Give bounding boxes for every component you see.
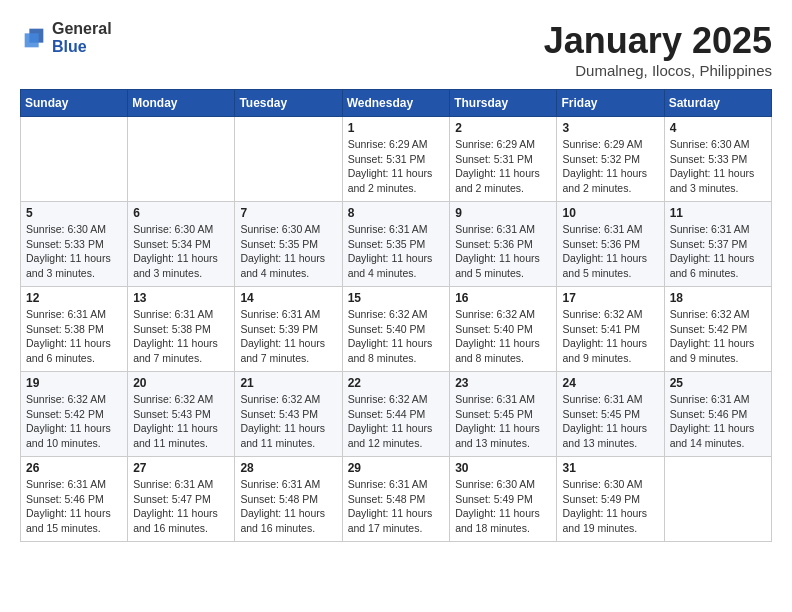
calendar-cell: 5Sunrise: 6:30 AMSunset: 5:33 PMDaylight… [21, 202, 128, 287]
day-number: 14 [240, 291, 336, 305]
calendar-cell [21, 117, 128, 202]
day-number: 29 [348, 461, 445, 475]
calendar-week-row: 1Sunrise: 6:29 AMSunset: 5:31 PMDaylight… [21, 117, 772, 202]
day-of-week-header: Thursday [450, 90, 557, 117]
day-info: Sunrise: 6:31 AMSunset: 5:38 PMDaylight:… [133, 307, 229, 366]
day-info: Sunrise: 6:32 AMSunset: 5:40 PMDaylight:… [348, 307, 445, 366]
day-number: 19 [26, 376, 122, 390]
day-number: 24 [562, 376, 658, 390]
calendar-cell: 23Sunrise: 6:31 AMSunset: 5:45 PMDayligh… [450, 372, 557, 457]
day-number: 12 [26, 291, 122, 305]
day-number: 18 [670, 291, 766, 305]
day-number: 22 [348, 376, 445, 390]
day-of-week-header: Tuesday [235, 90, 342, 117]
day-number: 3 [562, 121, 658, 135]
day-number: 30 [455, 461, 551, 475]
day-info: Sunrise: 6:32 AMSunset: 5:42 PMDaylight:… [26, 392, 122, 451]
month-title: January 2025 [544, 20, 772, 62]
day-info: Sunrise: 6:31 AMSunset: 5:37 PMDaylight:… [670, 222, 766, 281]
day-info: Sunrise: 6:31 AMSunset: 5:35 PMDaylight:… [348, 222, 445, 281]
title-block: January 2025 Dumalneg, Ilocos, Philippin… [544, 20, 772, 79]
calendar-cell: 21Sunrise: 6:32 AMSunset: 5:43 PMDayligh… [235, 372, 342, 457]
day-info: Sunrise: 6:29 AMSunset: 5:32 PMDaylight:… [562, 137, 658, 196]
calendar-cell: 12Sunrise: 6:31 AMSunset: 5:38 PMDayligh… [21, 287, 128, 372]
day-number: 15 [348, 291, 445, 305]
calendar-week-row: 19Sunrise: 6:32 AMSunset: 5:42 PMDayligh… [21, 372, 772, 457]
day-info: Sunrise: 6:30 AMSunset: 5:49 PMDaylight:… [455, 477, 551, 536]
day-number: 2 [455, 121, 551, 135]
day-info: Sunrise: 6:31 AMSunset: 5:48 PMDaylight:… [348, 477, 445, 536]
day-info: Sunrise: 6:31 AMSunset: 5:38 PMDaylight:… [26, 307, 122, 366]
calendar-cell: 6Sunrise: 6:30 AMSunset: 5:34 PMDaylight… [128, 202, 235, 287]
day-info: Sunrise: 6:32 AMSunset: 5:43 PMDaylight:… [133, 392, 229, 451]
calendar-cell: 19Sunrise: 6:32 AMSunset: 5:42 PMDayligh… [21, 372, 128, 457]
calendar-cell: 7Sunrise: 6:30 AMSunset: 5:35 PMDaylight… [235, 202, 342, 287]
day-number: 28 [240, 461, 336, 475]
calendar-header-row: SundayMondayTuesdayWednesdayThursdayFrid… [21, 90, 772, 117]
calendar-cell: 22Sunrise: 6:32 AMSunset: 5:44 PMDayligh… [342, 372, 450, 457]
day-number: 9 [455, 206, 551, 220]
day-of-week-header: Friday [557, 90, 664, 117]
logo-text: General Blue [52, 20, 112, 55]
logo-general: General [52, 20, 112, 38]
day-number: 7 [240, 206, 336, 220]
day-info: Sunrise: 6:30 AMSunset: 5:33 PMDaylight:… [26, 222, 122, 281]
calendar-cell: 30Sunrise: 6:30 AMSunset: 5:49 PMDayligh… [450, 457, 557, 542]
calendar-cell: 8Sunrise: 6:31 AMSunset: 5:35 PMDaylight… [342, 202, 450, 287]
day-number: 27 [133, 461, 229, 475]
calendar-cell: 2Sunrise: 6:29 AMSunset: 5:31 PMDaylight… [450, 117, 557, 202]
calendar-cell: 10Sunrise: 6:31 AMSunset: 5:36 PMDayligh… [557, 202, 664, 287]
calendar-cell: 15Sunrise: 6:32 AMSunset: 5:40 PMDayligh… [342, 287, 450, 372]
day-number: 13 [133, 291, 229, 305]
day-number: 5 [26, 206, 122, 220]
calendar-cell: 25Sunrise: 6:31 AMSunset: 5:46 PMDayligh… [664, 372, 771, 457]
day-info: Sunrise: 6:32 AMSunset: 5:40 PMDaylight:… [455, 307, 551, 366]
day-info: Sunrise: 6:30 AMSunset: 5:34 PMDaylight:… [133, 222, 229, 281]
day-number: 8 [348, 206, 445, 220]
day-number: 21 [240, 376, 336, 390]
calendar-cell: 16Sunrise: 6:32 AMSunset: 5:40 PMDayligh… [450, 287, 557, 372]
day-info: Sunrise: 6:31 AMSunset: 5:45 PMDaylight:… [455, 392, 551, 451]
day-info: Sunrise: 6:31 AMSunset: 5:46 PMDaylight:… [26, 477, 122, 536]
day-number: 6 [133, 206, 229, 220]
svg-marker-1 [25, 33, 39, 47]
day-info: Sunrise: 6:31 AMSunset: 5:39 PMDaylight:… [240, 307, 336, 366]
day-number: 31 [562, 461, 658, 475]
calendar-cell [128, 117, 235, 202]
calendar-cell: 14Sunrise: 6:31 AMSunset: 5:39 PMDayligh… [235, 287, 342, 372]
day-number: 17 [562, 291, 658, 305]
calendar-table: SundayMondayTuesdayWednesdayThursdayFrid… [20, 89, 772, 542]
day-number: 23 [455, 376, 551, 390]
day-of-week-header: Monday [128, 90, 235, 117]
calendar-cell: 3Sunrise: 6:29 AMSunset: 5:32 PMDaylight… [557, 117, 664, 202]
day-number: 26 [26, 461, 122, 475]
day-number: 25 [670, 376, 766, 390]
calendar-cell: 28Sunrise: 6:31 AMSunset: 5:48 PMDayligh… [235, 457, 342, 542]
day-number: 20 [133, 376, 229, 390]
calendar-cell: 9Sunrise: 6:31 AMSunset: 5:36 PMDaylight… [450, 202, 557, 287]
logo-icon [20, 24, 48, 52]
calendar-cell: 24Sunrise: 6:31 AMSunset: 5:45 PMDayligh… [557, 372, 664, 457]
calendar-cell: 18Sunrise: 6:32 AMSunset: 5:42 PMDayligh… [664, 287, 771, 372]
calendar-cell: 29Sunrise: 6:31 AMSunset: 5:48 PMDayligh… [342, 457, 450, 542]
calendar-cell: 27Sunrise: 6:31 AMSunset: 5:47 PMDayligh… [128, 457, 235, 542]
day-info: Sunrise: 6:32 AMSunset: 5:44 PMDaylight:… [348, 392, 445, 451]
logo: General Blue [20, 20, 112, 55]
location-subtitle: Dumalneg, Ilocos, Philippines [544, 62, 772, 79]
day-info: Sunrise: 6:30 AMSunset: 5:33 PMDaylight:… [670, 137, 766, 196]
day-info: Sunrise: 6:32 AMSunset: 5:42 PMDaylight:… [670, 307, 766, 366]
day-of-week-header: Sunday [21, 90, 128, 117]
day-info: Sunrise: 6:29 AMSunset: 5:31 PMDaylight:… [455, 137, 551, 196]
day-info: Sunrise: 6:32 AMSunset: 5:43 PMDaylight:… [240, 392, 336, 451]
calendar-cell: 20Sunrise: 6:32 AMSunset: 5:43 PMDayligh… [128, 372, 235, 457]
day-number: 10 [562, 206, 658, 220]
calendar-cell: 17Sunrise: 6:32 AMSunset: 5:41 PMDayligh… [557, 287, 664, 372]
calendar-cell [664, 457, 771, 542]
day-info: Sunrise: 6:32 AMSunset: 5:41 PMDaylight:… [562, 307, 658, 366]
day-of-week-header: Saturday [664, 90, 771, 117]
calendar-cell: 1Sunrise: 6:29 AMSunset: 5:31 PMDaylight… [342, 117, 450, 202]
calendar-week-row: 5Sunrise: 6:30 AMSunset: 5:33 PMDaylight… [21, 202, 772, 287]
day-of-week-header: Wednesday [342, 90, 450, 117]
day-info: Sunrise: 6:31 AMSunset: 5:48 PMDaylight:… [240, 477, 336, 536]
calendar-week-row: 26Sunrise: 6:31 AMSunset: 5:46 PMDayligh… [21, 457, 772, 542]
